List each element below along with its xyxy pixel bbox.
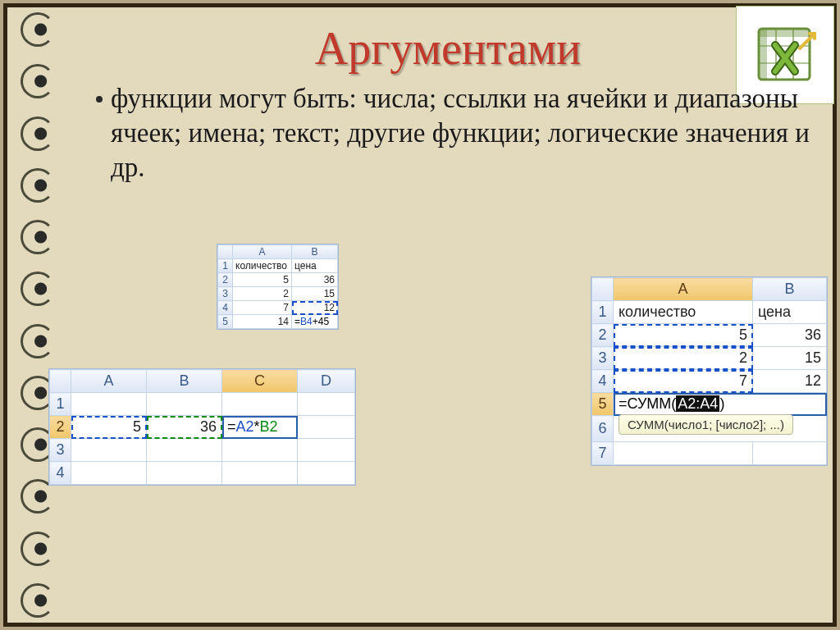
bullet-icon xyxy=(96,96,103,103)
spiral-binding xyxy=(21,12,62,618)
cell: 15 xyxy=(753,347,827,370)
row-header: 3 xyxy=(592,347,614,370)
cell: 2 xyxy=(233,287,292,301)
cell: 7 xyxy=(233,301,292,315)
row-header: 7 xyxy=(592,442,614,465)
row-header: 6 xyxy=(592,416,614,442)
cell: количество xyxy=(614,301,753,324)
row-header-active: 2 xyxy=(50,416,71,439)
row-header: 3 xyxy=(50,439,71,462)
row-header: 2 xyxy=(592,324,614,347)
col-header: B xyxy=(292,245,338,259)
row-header: 1 xyxy=(592,301,614,324)
row-header: 4 xyxy=(592,370,614,393)
excel-snippet-1: AB 1количествоцена 2536 3215 4712 514 =B… xyxy=(217,244,339,330)
formula-cell: =A2*B2 xyxy=(222,416,298,439)
row-header: 1 xyxy=(218,259,233,273)
cell: 5 xyxy=(233,273,292,287)
col-header: D xyxy=(298,370,355,393)
excel-snippet-3: A B 1количествоцена 2536 3215 4712 5 =СУ… xyxy=(591,276,828,466)
cell: количество xyxy=(233,259,292,273)
cell: 15 xyxy=(292,287,338,301)
cell: цена xyxy=(292,259,338,273)
cell: 36 xyxy=(292,273,338,287)
bullet-text: функции могут быть: числа; ссылки на яче… xyxy=(111,81,815,185)
row-header: 1 xyxy=(50,393,71,416)
cell-in-range: 7 xyxy=(614,370,753,393)
slide-content: Аргументами функции могут быть: числа; с… xyxy=(73,14,823,616)
selected-range-text: A2:A4 xyxy=(676,395,719,412)
col-header: B xyxy=(753,278,827,301)
function-tooltip: СУММ(число1; [число2]; ...) xyxy=(619,414,793,435)
row-header-active: 5 xyxy=(592,393,614,416)
cell-referenced: 12 xyxy=(292,301,338,315)
col-header: B xyxy=(147,370,222,393)
col-header: A xyxy=(233,245,292,259)
col-header-active: C xyxy=(222,370,298,393)
cell: 36 xyxy=(753,324,827,347)
slide: Аргументами функции могут быть: числа; с… xyxy=(3,3,837,627)
cell-in-range: 2 xyxy=(614,347,753,370)
formula-cell: =B4+45 xyxy=(292,315,338,329)
col-header: A xyxy=(71,370,147,393)
row-header: 5 xyxy=(218,315,233,329)
col-header-active: A xyxy=(614,278,753,301)
cell: 12 xyxy=(753,370,827,393)
cell: 14 xyxy=(233,315,292,329)
cell-referenced: 5 xyxy=(71,416,147,439)
row-header: 3 xyxy=(218,287,233,301)
row-header: 4 xyxy=(218,301,233,315)
row-header: 2 xyxy=(218,273,233,287)
row-header: 4 xyxy=(50,462,71,485)
cell-referenced: 36 xyxy=(147,416,222,439)
slide-title: Аргументами xyxy=(73,22,823,75)
excel-snippet-2: A B C D 1 2 5 36 =A2*B2 3 4 xyxy=(48,368,356,486)
bullet-item: функции могут быть: числа; ссылки на яче… xyxy=(73,81,823,185)
formula-cell: =СУММ(A2:A4) xyxy=(614,393,827,416)
cell: цена xyxy=(753,301,827,324)
cell-in-range: 5 xyxy=(614,324,753,347)
